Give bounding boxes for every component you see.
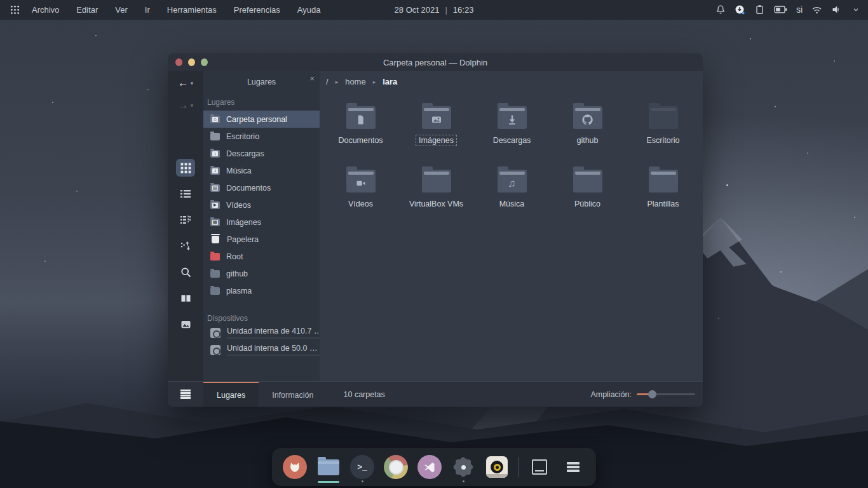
icons-view-button[interactable] (176, 159, 195, 177)
menu-archivo[interactable]: Archivo (32, 5, 59, 15)
volume-icon[interactable] (831, 4, 842, 15)
tab-informacion[interactable]: Información (259, 382, 327, 407)
dock-media-player[interactable] (484, 451, 510, 484)
folder-label: Público (571, 198, 604, 210)
sidebar-item-carpeta-personal[interactable]: ⌂ Carpeta personal (203, 111, 320, 128)
window-title: Carpeta personal — Dolphin (168, 58, 703, 67)
panel-menu-icon[interactable] (168, 389, 203, 400)
dock-app-menu[interactable] (560, 451, 586, 484)
device-label: Unidad interna de 410.7 … (227, 327, 322, 336)
close-button[interactable] (175, 58, 182, 66)
star (780, 271, 782, 273)
menu-editar[interactable]: Editar (76, 5, 98, 15)
dock-file-manager[interactable] (316, 451, 341, 484)
menu-ayuda[interactable]: Ayuda (297, 5, 321, 15)
dock-firefox[interactable] (282, 451, 308, 484)
sidebar-item-escritorio[interactable]: Escritorio (203, 128, 320, 145)
folder-icon (210, 270, 220, 278)
terminal-icon: >_ (350, 455, 374, 479)
panel-close-icon[interactable]: × (309, 74, 315, 83)
dock-chrome[interactable] (383, 451, 409, 484)
firefox-icon (283, 455, 307, 479)
folder-item-musica[interactable]: ♫ Música (474, 163, 550, 227)
dock-show-desktop[interactable] (527, 451, 552, 484)
back-arrow-icon: ← (178, 77, 189, 90)
dock-settings[interactable] (451, 451, 476, 484)
sidebar-item-descargas[interactable]: ↓ Descargas (203, 145, 320, 162)
tray-expand-chevron-icon[interactable] (850, 4, 862, 15)
notifications-bell-icon[interactable] (715, 4, 726, 15)
updates-icon[interactable] (735, 4, 746, 15)
sidebar-item-label: Descargas (226, 149, 264, 158)
back-button[interactable]: ← ▾ (178, 72, 194, 93)
sidebar-item-root[interactable]: Root (203, 248, 320, 265)
app-launcher-icon[interactable] (6, 3, 23, 17)
sidebar-item-label: Documentos (226, 184, 271, 193)
details-view-button[interactable] (176, 185, 195, 203)
forward-button[interactable]: → ▾ (178, 95, 194, 116)
panel-title: Lugares (247, 78, 276, 86)
folder-item-imagenes[interactable]: Imágenes (398, 100, 474, 163)
menu-herramientas[interactable]: Herramientas (167, 5, 217, 15)
clipboard-icon[interactable] (754, 4, 766, 15)
folder-item-github[interactable]: github (550, 100, 625, 163)
tab-lugares[interactable]: Lugares (203, 382, 259, 407)
sidebar-item-papelera[interactable]: Papelera (203, 231, 320, 248)
sidebar-item-github[interactable]: github (203, 265, 320, 282)
file-manager-icon (318, 459, 339, 475)
documents-folder-icon: ▤ (210, 184, 220, 192)
compact-view-button[interactable] (176, 211, 195, 229)
maximize-button[interactable] (201, 58, 208, 66)
dock-terminal[interactable]: >_ (349, 451, 375, 484)
folder-item-escritorio[interactable]: Escritorio (625, 100, 701, 163)
folder-item-publico[interactable]: Público (550, 163, 625, 227)
search-button[interactable] (176, 263, 195, 281)
wifi-icon[interactable] (811, 4, 822, 15)
folder-item-virtualbox-vms[interactable]: VirtualBox VMs (398, 163, 474, 227)
dock-vscode[interactable] (417, 451, 442, 484)
system-tray: si (715, 4, 862, 15)
menu-ir[interactable]: Ir (145, 5, 150, 15)
sidebar-item-videos[interactable]: ► Vídeos (203, 196, 320, 214)
split-view-button[interactable] (176, 289, 195, 307)
folder-item-plantillas[interactable]: Plantillas (625, 163, 701, 227)
menu-preferencias[interactable]: Preferencias (234, 5, 280, 15)
breadcrumb-current[interactable]: lara (383, 77, 397, 86)
clock[interactable]: 28 Oct 2021 | 16:23 (395, 5, 474, 15)
dolphin-window: Carpeta personal — Dolphin ← ▾ → ▾ (168, 53, 703, 407)
home-folder-icon: ⌂ (210, 116, 220, 123)
minimize-button[interactable] (188, 58, 195, 66)
breadcrumb-separator-icon: ▸ (373, 79, 376, 85)
folder-item-documentos[interactable]: Documentos (323, 100, 398, 163)
sidebar-item-label: Vídeos (226, 201, 251, 210)
zoom-slider[interactable] (637, 393, 695, 395)
sidebar-item-imagenes[interactable]: ▦ Imágenes (203, 214, 320, 231)
sidebar-item-plasma[interactable]: plasma (203, 282, 320, 299)
device-item-50[interactable]: Unidad interna de 50.0 … (203, 344, 320, 356)
breadcrumb-root[interactable]: / (326, 77, 329, 86)
dock: >_ (272, 448, 596, 486)
device-item-410[interactable]: Unidad interna de 410.7 … (203, 327, 320, 339)
folder-label: Plantillas (644, 198, 682, 210)
running-app-indicator (463, 480, 465, 482)
tab-label: Lugares (217, 391, 245, 400)
folder-label: VirtualBox VMs (406, 198, 466, 210)
keyboard-layout-indicator[interactable]: si (796, 4, 803, 15)
sidebar-item-documentos[interactable]: ▤ Documentos (203, 179, 320, 196)
menu-ver[interactable]: Ver (115, 5, 128, 15)
breadcrumb-home[interactable]: home (345, 77, 366, 86)
window-titlebar[interactable]: Carpeta personal — Dolphin (168, 53, 703, 71)
device-usage-bar (227, 337, 320, 339)
folder-icon (210, 287, 220, 295)
zoom-slider-handle[interactable] (648, 390, 656, 398)
preview-button[interactable] (176, 315, 195, 333)
folder-item-videos[interactable]: Vídeos (323, 163, 398, 227)
folder-item-descargas[interactable]: Descargas (474, 100, 550, 163)
sort-button[interactable] (176, 237, 195, 255)
panel-header: Lugares × (203, 71, 320, 92)
battery-icon[interactable] (774, 4, 788, 15)
music-folder-icon: ♪ (210, 167, 220, 175)
breadcrumb: / ▸ home ▸ lara (320, 71, 703, 92)
star (147, 89, 149, 90)
sidebar-item-musica[interactable]: ♪ Música (203, 162, 320, 179)
